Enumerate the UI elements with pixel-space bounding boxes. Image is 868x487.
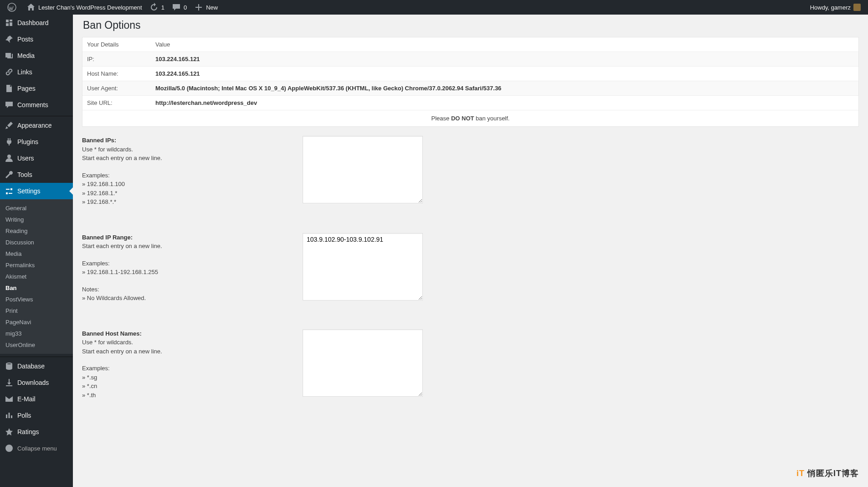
your-details-table: Your Details Value IP:103.224.165.121Hos… bbox=[82, 37, 859, 127]
new-content[interactable]: New bbox=[190, 0, 221, 15]
menu-label: Media bbox=[17, 52, 35, 59]
menu-item-downloads[interactable]: Downloads bbox=[0, 374, 73, 391]
example-line: » *.cn bbox=[82, 382, 293, 391]
menu-item-comments[interactable]: Comments bbox=[0, 97, 73, 113]
bars-icon bbox=[5, 411, 14, 420]
submenu-item-akismet[interactable]: Akismet bbox=[0, 271, 73, 282]
howdy-text: Howdy, gamerz bbox=[810, 4, 851, 11]
submenu-item-reading[interactable]: Reading bbox=[0, 225, 73, 237]
section-title: Banned IP Range: bbox=[82, 234, 133, 241]
submenu-item-general[interactable]: General bbox=[0, 202, 73, 214]
detail-value: 103.224.165.121 bbox=[151, 66, 858, 81]
menu-label: Dashboard bbox=[17, 19, 49, 26]
detail-value: http://lesterchan.net/wordpress_dev bbox=[151, 95, 858, 110]
submenu-item-print[interactable]: Print bbox=[0, 305, 73, 316]
examples-label: Examples: bbox=[82, 171, 293, 180]
ban-textarea-0[interactable] bbox=[303, 136, 423, 203]
submenu-item-writing[interactable]: Writing bbox=[0, 214, 73, 225]
menu-item-links[interactable]: Links bbox=[0, 64, 73, 80]
new-label: New bbox=[206, 4, 218, 11]
admin-sidebar: DashboardPostsMediaLinksPagesCommentsApp… bbox=[0, 15, 73, 444]
hint-text: Use * for wildcards. bbox=[82, 145, 293, 154]
submenu-item-media[interactable]: Media bbox=[0, 248, 73, 259]
detail-label: Host Name: bbox=[82, 66, 151, 81]
submenu-item-mig33[interactable]: mig33 bbox=[0, 328, 73, 339]
submenu-item-useronline[interactable]: UserOnline bbox=[0, 339, 73, 351]
mail-icon bbox=[5, 394, 14, 404]
hint-text: Start each entry on a new line. bbox=[82, 347, 293, 356]
menu-item-plugins[interactable]: Plugins bbox=[0, 134, 73, 150]
menu-item-database[interactable]: Database bbox=[0, 358, 73, 374]
table-row: Host Name:103.224.165.121 bbox=[82, 66, 858, 81]
media-icon bbox=[5, 51, 14, 60]
form-row: Banned IP Range:Start each entry on a ne… bbox=[82, 233, 859, 311]
detail-label: IP: bbox=[82, 52, 151, 66]
user-icon bbox=[5, 154, 14, 163]
hint-text: Start each entry on a new line. bbox=[82, 242, 293, 251]
site-name[interactable]: Lester Chan's WordPress Development bbox=[23, 0, 146, 15]
avatar bbox=[853, 4, 861, 11]
menu-label: Links bbox=[17, 68, 32, 76]
example-line: » 192.168.1.* bbox=[82, 189, 293, 198]
menu-item-dashboard[interactable]: Dashboard bbox=[0, 15, 73, 31]
detail-label: User Agent: bbox=[82, 81, 151, 95]
updates[interactable]: 1 bbox=[146, 0, 168, 15]
comments[interactable]: 0 bbox=[168, 0, 190, 15]
star-icon bbox=[5, 427, 14, 436]
detail-value: Mozilla/5.0 (Macintosh; Intel Mac OS X 1… bbox=[151, 81, 858, 95]
settings-submenu: GeneralWritingReadingDiscussionMediaPerm… bbox=[0, 199, 73, 354]
table-row: Site URL:http://lesterchan.net/wordpress… bbox=[82, 95, 858, 110]
menu-item-polls[interactable]: Polls bbox=[0, 407, 73, 424]
menu-item-posts[interactable]: Posts bbox=[0, 31, 73, 47]
ban-textarea-1[interactable] bbox=[303, 233, 423, 300]
details-header-value: Value bbox=[151, 37, 858, 52]
menu-item-media[interactable]: Media bbox=[0, 47, 73, 64]
ban-textarea-2[interactable] bbox=[303, 329, 423, 397]
comments-count: 0 bbox=[184, 4, 187, 11]
collapse-menu[interactable]: Collapse menu bbox=[0, 440, 73, 444]
menu-label: E-Mail bbox=[17, 395, 36, 403]
site-name-label: Lester Chan's WordPress Development bbox=[38, 4, 142, 11]
examples-label: Examples: bbox=[82, 259, 293, 268]
example-line: » 192.168.1.100 bbox=[82, 180, 293, 189]
pages-icon bbox=[5, 84, 14, 93]
menu-item-users[interactable]: Users bbox=[0, 150, 73, 166]
submenu-item-discussion[interactable]: Discussion bbox=[0, 237, 73, 248]
admin-bar: Lester Chan's WordPress Development 1 0 … bbox=[0, 0, 868, 15]
details-header-label: Your Details bbox=[82, 37, 151, 52]
hint-text: Use * for wildcards. bbox=[82, 338, 293, 347]
menu-item-settings[interactable]: Settings bbox=[0, 183, 73, 199]
notes-label: Notes: bbox=[82, 285, 293, 294]
submenu-item-permalinks[interactable]: Permalinks bbox=[0, 259, 73, 271]
menu-label: Comments bbox=[17, 101, 48, 109]
submenu-item-postviews[interactable]: PostViews bbox=[0, 294, 73, 305]
download-icon bbox=[5, 378, 14, 387]
detail-label: Site URL: bbox=[82, 95, 151, 110]
examples-label: Examples: bbox=[82, 364, 293, 373]
menu-item-appearance[interactable]: Appearance bbox=[0, 117, 73, 134]
menu-label: Posts bbox=[17, 36, 33, 43]
menu-label: Plugins bbox=[17, 138, 38, 145]
menu-item-ratings[interactable]: Ratings bbox=[0, 424, 73, 440]
pin-icon bbox=[5, 35, 14, 44]
menu-item-email[interactable]: E-Mail bbox=[0, 391, 73, 407]
collapse-icon bbox=[5, 444, 14, 444]
menu-item-tools[interactable]: Tools bbox=[0, 166, 73, 183]
example-line: » 192.168.*.* bbox=[82, 197, 293, 207]
menu-label: Users bbox=[17, 155, 34, 162]
form-row: Banned Host Names:Use * for wildcards.St… bbox=[82, 329, 859, 408]
wp-logo[interactable] bbox=[4, 0, 23, 15]
table-row: IP:103.224.165.121 bbox=[82, 52, 858, 66]
submenu-item-pagenavi[interactable]: PageNavi bbox=[0, 316, 73, 328]
menu-label: Polls bbox=[17, 412, 31, 419]
plug-icon bbox=[5, 137, 14, 146]
menu-label: Appearance bbox=[17, 122, 52, 129]
submenu-item-ban[interactable]: Ban bbox=[0, 282, 73, 294]
note-line: » No Wildcards Allowed. bbox=[82, 294, 293, 303]
howdy-account[interactable]: Howdy, gamerz bbox=[806, 4, 864, 11]
wrench-icon bbox=[5, 170, 14, 179]
menu-label: Downloads bbox=[17, 379, 49, 386]
menu-item-pages[interactable]: Pages bbox=[0, 80, 73, 97]
updates-count: 1 bbox=[161, 4, 164, 11]
section-title: Banned IPs: bbox=[82, 137, 116, 144]
